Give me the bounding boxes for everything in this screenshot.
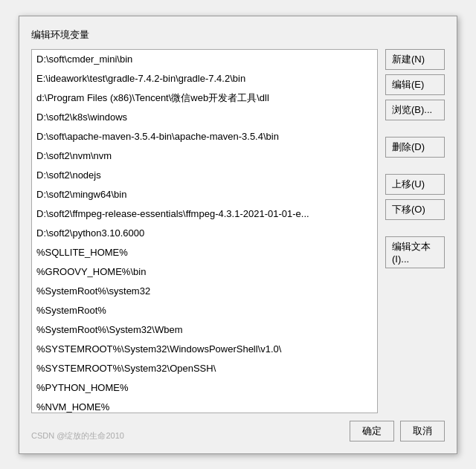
list-item[interactable]: D:\soft2\nvm\nvm xyxy=(32,146,377,166)
delete-button[interactable]: 删除(D) xyxy=(385,137,445,158)
list-item[interactable]: %SystemRoot% xyxy=(32,301,377,320)
list-item[interactable]: D:\soft2\nodejs xyxy=(32,166,377,185)
list-item[interactable]: %NVM_HOME% xyxy=(32,398,377,413)
list-item[interactable]: %SYSTEMROOT%\System32\WindowsPowerShell\… xyxy=(32,340,377,359)
move-up-button[interactable]: 上移(U) xyxy=(385,174,445,195)
new-button[interactable]: 新建(N) xyxy=(385,49,445,70)
move-down-button[interactable]: 下移(O) xyxy=(385,199,445,220)
edit-env-var-dialog: 编辑环境变量 D:\soft\cmder_mini\binE:\ideawork… xyxy=(19,16,457,454)
list-item[interactable]: D:\soft2\mingw64\bin xyxy=(32,185,377,204)
list-item[interactable]: E:\ideawork\test\gradle-7.4.2-bin\gradle… xyxy=(32,69,377,88)
list-item[interactable]: %SQLLITE_HOME% xyxy=(32,243,377,262)
dialog-title: 编辑环境变量 xyxy=(31,28,445,42)
list-item[interactable]: d:\Program Files (x86)\Tencent\微信web开发者工… xyxy=(32,88,377,108)
list-item[interactable]: %GROOVY_HOME%\bin xyxy=(32,262,377,282)
edit-text-button[interactable]: 编辑文本(I)... xyxy=(385,236,445,268)
cancel-button[interactable]: 取消 xyxy=(400,421,445,441)
browse-button[interactable]: 浏览(B)... xyxy=(385,100,445,120)
action-buttons-panel: 新建(N) 编辑(E) 浏览(B)... 删除(D) 上移(U) 下移(O) 编… xyxy=(385,49,445,413)
watermark: CSDN @绽放的生命2010 xyxy=(31,430,124,441)
list-item[interactable]: D:\soft2\k8s\windows xyxy=(32,108,377,127)
edit-button[interactable]: 编辑(E) xyxy=(385,74,445,95)
list-item[interactable]: D:\soft\cmder_mini\bin xyxy=(32,50,377,69)
list-item[interactable]: D:\soft\apache-maven-3.5.4-bin\apache-ma… xyxy=(32,127,377,146)
list-item[interactable]: %PYTHON_HOME% xyxy=(32,378,377,398)
list-item[interactable]: D:\soft2\ffmpeg-release-essentials\ffmpe… xyxy=(32,204,377,224)
list-item[interactable]: D:\soft2\python3.10.6000 xyxy=(32,224,377,243)
list-item[interactable]: %SystemRoot%\System32\Wbem xyxy=(32,320,377,340)
list-item[interactable]: %SYSTEMROOT%\System32\OpenSSH\ xyxy=(32,359,377,378)
env-var-list[interactable]: D:\soft\cmder_mini\binE:\ideawork\test\g… xyxy=(31,49,378,413)
content-area: D:\soft\cmder_mini\binE:\ideawork\test\g… xyxy=(31,49,445,413)
ok-button[interactable]: 确定 xyxy=(350,421,394,441)
bottom-area: CSDN @绽放的生命2010 确定 取消 xyxy=(31,421,445,441)
list-item[interactable]: %SystemRoot%\system32 xyxy=(32,282,377,301)
